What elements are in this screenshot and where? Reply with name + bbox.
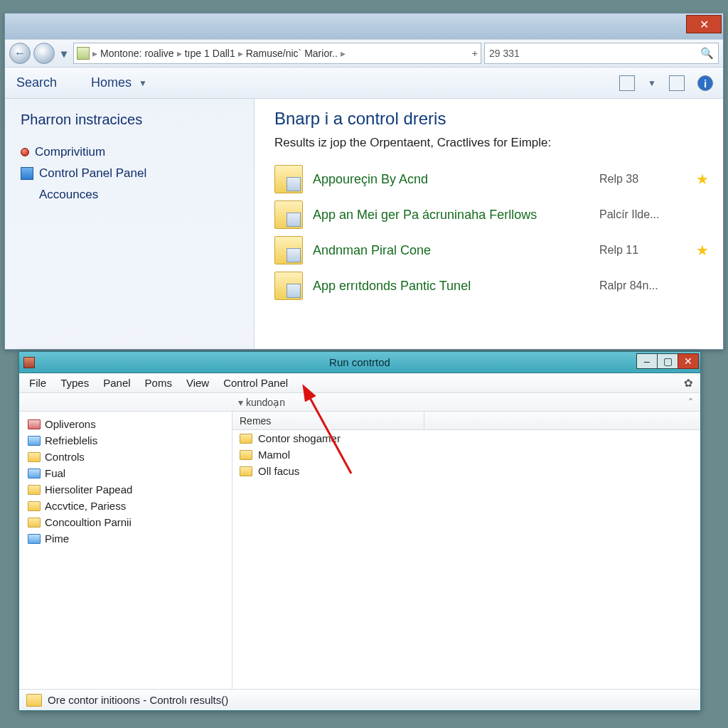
menu-control-panel[interactable]: Control Panel bbox=[223, 377, 288, 389]
window1-toolbar: Search Homes ▼ ▼ i bbox=[5, 68, 723, 99]
column-headers[interactable]: Remes bbox=[232, 412, 700, 430]
sidebar-item-label: Comprivitium bbox=[35, 145, 105, 159]
folder-icon bbox=[28, 501, 41, 511]
help-icon[interactable]: i bbox=[697, 75, 713, 91]
crumb[interactable]: Ramuse/nic` Marior.. bbox=[246, 48, 338, 59]
page-subtitle: Results iz jop the Orpentaent, Cractlive… bbox=[274, 136, 709, 150]
result-name: App an Mei ger Pa ácruninaha Ferllows bbox=[313, 208, 599, 223]
address-refresh-icon[interactable]: + bbox=[472, 48, 478, 59]
result-row[interactable]: App an Mei ger Pa ácruninaha Ferllows Pa… bbox=[274, 197, 709, 232]
toolbar-right: ▼ i bbox=[619, 68, 713, 99]
folder-icon bbox=[28, 469, 41, 478]
result-name: App errıtdonds Pantic Tunel bbox=[313, 279, 599, 294]
folder-icon bbox=[28, 518, 41, 528]
crumb[interactable]: roalive bbox=[144, 48, 173, 59]
window1-body: Pharron instracices Comprivitium Control… bbox=[5, 99, 723, 349]
search-icon: 🔍 bbox=[700, 47, 714, 60]
menu-poms[interactable]: Poms bbox=[145, 377, 172, 389]
bullet-icon bbox=[21, 148, 29, 156]
tree-item[interactable]: Concoultion Parnii bbox=[22, 514, 229, 530]
window2-pathbar[interactable]: ▾ kundoạn ˄ bbox=[19, 393, 700, 412]
window1-close-button[interactable]: ✕ bbox=[686, 15, 722, 33]
crumb[interactable]: Dall1 bbox=[213, 48, 235, 59]
menu-file[interactable]: File bbox=[29, 377, 46, 389]
folder-icon bbox=[240, 450, 252, 460]
location-icon bbox=[77, 47, 90, 60]
sidebar-item-label: Control Panel Panel bbox=[39, 166, 146, 181]
gear-icon[interactable]: ✿ bbox=[684, 377, 693, 390]
menu-view[interactable]: View bbox=[186, 377, 209, 389]
result-meta: Relp 11 bbox=[599, 244, 685, 257]
list-item[interactable]: Contor shogamer bbox=[232, 430, 700, 446]
tree-item[interactable]: Controls bbox=[22, 449, 229, 465]
nav-recent-button[interactable]: ▾ bbox=[58, 43, 70, 64]
tree-item[interactable]: Pime bbox=[22, 530, 229, 547]
window2-controls: – ▢ ✕ bbox=[637, 353, 699, 369]
window1-address-bar: ← ▾ ▸ Montone: roalive ▸ tıpe 1 Dall1 ▸ … bbox=[5, 39, 723, 68]
favorite-star-icon[interactable]: ★ bbox=[685, 171, 709, 188]
folder-app-icon bbox=[274, 272, 303, 300]
window2-menubar: File Types Panel Poms View Control Panel… bbox=[19, 373, 700, 393]
result-row[interactable]: App errıtdonds Pantic Tunel Ralpr 84n... bbox=[274, 268, 709, 304]
tree-item[interactable]: Fual bbox=[22, 465, 229, 481]
crumb[interactable]: 1 bbox=[204, 48, 210, 59]
search-value: 29 331 bbox=[489, 48, 520, 59]
menu-panel[interactable]: Panel bbox=[103, 377, 130, 389]
search-input[interactable]: 29 331 🔍 bbox=[484, 43, 719, 64]
folder-tree: Opliverons Refrieblelis Controls Fual Hi… bbox=[19, 412, 232, 689]
folder-icon bbox=[26, 694, 42, 707]
tree-item[interactable]: Hiersoliter Papead bbox=[22, 481, 229, 498]
chevron-down-icon[interactable]: ▼ bbox=[648, 78, 656, 88]
sidebar-item-accounces[interactable]: Accounces bbox=[21, 188, 247, 202]
result-row[interactable]: Andnman Piral Cone Relp 11 ★ bbox=[274, 232, 709, 268]
sidebar-item-comprivitium[interactable]: Comprivitium bbox=[21, 145, 247, 159]
breadcrumb[interactable]: ▸ Montone: roalive ▸ tıpe 1 Dall1 ▸ Ramu… bbox=[73, 43, 481, 64]
list-item[interactable]: Oll facus bbox=[232, 463, 700, 479]
file-list: Remes Contor shogamer Mamol Oll facus bbox=[232, 412, 700, 689]
toolbar-homes[interactable]: Homes ▼ bbox=[91, 75, 147, 90]
window1-sidebar: Pharron instracices Comprivitium Control… bbox=[5, 99, 254, 349]
menu-types[interactable]: Types bbox=[60, 377, 89, 389]
window2-close-button[interactable]: ✕ bbox=[678, 353, 699, 369]
window2-titlebar[interactable]: Run contrtod – ▢ ✕ bbox=[19, 352, 700, 373]
folder-icon bbox=[28, 534, 41, 544]
window2-minimize-button[interactable]: – bbox=[636, 353, 658, 369]
folder-app-icon bbox=[274, 165, 303, 193]
column-name[interactable]: Remes bbox=[232, 412, 424, 429]
tree-item[interactable]: Accvtice, Pariess bbox=[22, 498, 229, 514]
result-row[interactable]: Appoureçin By Acnd Relp 38 ★ bbox=[274, 161, 709, 197]
folder-icon bbox=[240, 466, 252, 476]
window2-body: Opliverons Refrieblelis Controls Fual Hi… bbox=[19, 412, 700, 689]
toolbar-search[interactable]: Search bbox=[16, 75, 57, 90]
favorite-star-icon[interactable]: ★ bbox=[685, 242, 709, 259]
folder-icon bbox=[28, 436, 41, 446]
sidebar-header: Pharron instracices bbox=[21, 112, 247, 128]
crumb[interactable]: tıpe bbox=[185, 48, 201, 59]
tree-item[interactable]: Opliverons bbox=[22, 416, 229, 432]
status-text: Ore contor initioons - Controlı results(… bbox=[48, 694, 228, 706]
result-meta: Palcír Ilde... bbox=[599, 208, 685, 221]
nav-back-button[interactable]: ← bbox=[9, 43, 31, 64]
tree-item[interactable]: Refrieblelis bbox=[22, 432, 229, 449]
window2-title: Run contrtod bbox=[329, 356, 390, 368]
window2-maximize-button[interactable]: ▢ bbox=[657, 353, 678, 369]
folder-app-icon bbox=[274, 200, 303, 229]
list-item[interactable]: Mamol bbox=[232, 446, 700, 463]
result-name: Appoureçin By Acnd bbox=[313, 172, 599, 187]
result-name: Andnman Piral Cone bbox=[313, 243, 599, 258]
window1-main: Bnarp i a control dreris Results iz jop … bbox=[254, 99, 723, 349]
crumb[interactable]: Montone: bbox=[100, 48, 141, 59]
path-label: kundoạn bbox=[246, 397, 285, 408]
chevron-down-icon: ▼ bbox=[139, 78, 147, 88]
control-panel-icon bbox=[21, 167, 33, 180]
view-options-icon[interactable] bbox=[619, 75, 635, 91]
nav-forward-button[interactable] bbox=[33, 43, 55, 64]
sidebar-item-control-panel[interactable]: Control Panel Panel bbox=[21, 166, 247, 181]
disclosure-icon: ▾ bbox=[238, 397, 243, 408]
page-title: Bnarp i a control dreris bbox=[274, 109, 709, 129]
preview-pane-icon[interactable] bbox=[669, 75, 685, 91]
chevron-icon: ˄ bbox=[688, 397, 693, 408]
window2-statusbar: Ore contor initioons - Controlı results(… bbox=[19, 689, 700, 710]
app-icon bbox=[23, 357, 35, 368]
sidebar-item-label: Accounces bbox=[39, 188, 98, 202]
